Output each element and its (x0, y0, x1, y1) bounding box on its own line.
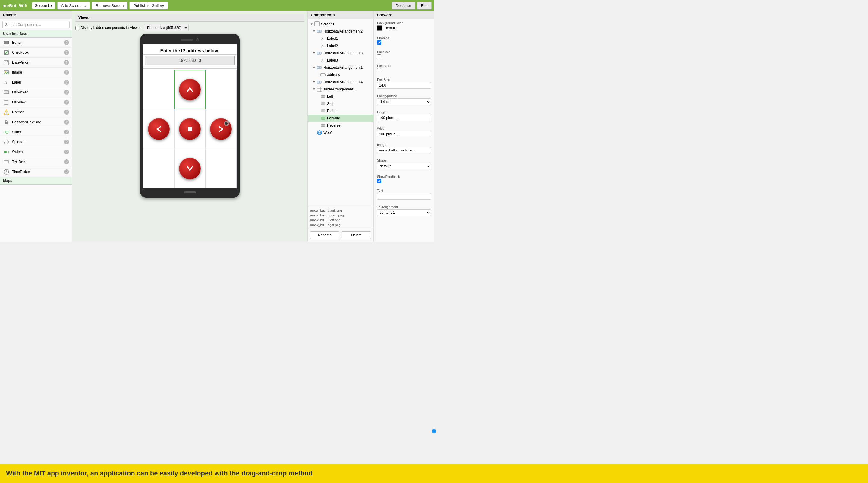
palette-item-passwordtextbox[interactable]: PasswordTextBox ? (0, 117, 72, 127)
help-listpicker-icon[interactable]: ? (64, 90, 69, 95)
svg-rect-44 (319, 81, 321, 83)
help-passwordtextbox-icon[interactable]: ? (64, 120, 69, 124)
prop-height-value[interactable]: 100 pixels... (377, 115, 431, 121)
stop-button[interactable] (179, 118, 201, 140)
comp-left[interactable]: Left (308, 93, 373, 100)
palette-item-notifier[interactable]: ! Notifier ? (0, 107, 72, 117)
prop-fontbold-checkbox[interactable] (377, 54, 381, 59)
help-switch-icon[interactable]: ? (64, 150, 69, 154)
comp-label2[interactable]: A Label2 (308, 42, 373, 50)
toggle-ha1[interactable]: ▼ (313, 66, 316, 69)
svg-rect-51 (321, 102, 325, 105)
palette-item-spinner[interactable]: Spinner ? (0, 137, 72, 147)
comp-ha2[interactable]: ▼ HorizontalArrangement2 (308, 28, 373, 35)
designer-button[interactable]: Designer (392, 2, 415, 9)
prop-color-box[interactable] (377, 25, 382, 31)
comp-label1[interactable]: A Label1 (308, 35, 373, 42)
help-button-icon[interactable]: ? (64, 40, 69, 45)
left-button[interactable] (148, 118, 170, 140)
comp-reverse[interactable]: Reverse (308, 122, 373, 129)
prop-textalignment-select[interactable]: center : 1 (377, 209, 431, 216)
palette-item-slider[interactable]: Slider ? (0, 127, 72, 137)
palette-item-image[interactable]: Image ? (0, 67, 72, 78)
palette-item-button[interactable]: btn Button ? (0, 38, 72, 48)
prop-fonttypeface-select[interactable]: default (377, 98, 431, 105)
comp-screen1[interactable]: ▼ Screen1 (308, 21, 373, 28)
palette-item-datepicker[interactable]: DatePicker ? (0, 58, 72, 67)
remove-screen-button[interactable]: Remove Screen (92, 2, 127, 9)
comp-address[interactable]: address (308, 71, 373, 79)
notifier-icon: ! (3, 109, 10, 116)
comp-stop[interactable]: Stop (308, 100, 373, 107)
cell-stop[interactable] (174, 109, 205, 149)
add-screen-button[interactable]: Add Screen ... (57, 2, 90, 9)
cell-forward[interactable] (174, 70, 205, 109)
hidden-components-checkbox[interactable] (75, 26, 79, 30)
palette-item-listpicker[interactable]: ListPicker ? (0, 87, 72, 97)
help-textbox-icon[interactable]: ? (64, 159, 69, 164)
prop-fontitalic-checkbox[interactable] (377, 68, 381, 72)
toggle-ta1[interactable]: ▼ (313, 87, 316, 91)
svg-text:!: ! (6, 111, 7, 114)
comp-forward[interactable]: Forward (308, 115, 373, 122)
help-datepicker-icon[interactable]: ? (64, 60, 69, 65)
toggle-screen1[interactable]: ▼ (310, 22, 314, 26)
prop-image-value[interactable]: arrow_button_metal_re... (377, 147, 431, 153)
help-checkbox-icon[interactable]: ? (64, 50, 69, 55)
cell-reverse[interactable] (174, 149, 205, 188)
help-slider-icon[interactable]: ? (64, 130, 69, 134)
ip-input[interactable]: 192.168.0.0 (145, 56, 235, 65)
svg-rect-52 (321, 110, 325, 112)
button-icon: btn (3, 39, 10, 46)
toggle-ha3[interactable]: ▼ (313, 51, 316, 55)
help-spinner-icon[interactable]: ? (64, 140, 69, 144)
svg-point-24 (7, 151, 8, 153)
prop-enabled-checkbox[interactable] (377, 40, 381, 44)
publish-button[interactable]: Publish to Gallery (129, 2, 168, 9)
reverse-button[interactable] (179, 158, 201, 179)
palette-item-checkbox[interactable]: CheckBox ? (0, 48, 72, 58)
palette-item-listview[interactable]: ListView ? (0, 97, 72, 107)
screen-dropdown[interactable]: Screen1 ▾ (32, 2, 55, 9)
cell-right[interactable] (206, 109, 237, 149)
comp-label3[interactable]: A Label3 (308, 57, 373, 64)
prop-showfeedback-checkbox[interactable] (377, 179, 381, 183)
palette-item-switch[interactable]: Switch ? (0, 147, 72, 157)
search-input[interactable] (2, 21, 70, 28)
toggle-ha2[interactable]: ▼ (313, 30, 316, 33)
help-notifier-icon[interactable]: ? (64, 110, 69, 115)
phone-size-select[interactable]: Phone size (505,320) (144, 24, 189, 31)
prop-textalignment-label: TextAlignment (377, 205, 431, 209)
comp-ha3[interactable]: ▼ HorizontalArrangement3 (308, 50, 373, 57)
comp-ha1[interactable]: ▼ HorizontalArrangement1 (308, 64, 373, 71)
prop-shape-select[interactable]: default (377, 163, 431, 170)
help-image-icon[interactable]: ? (64, 70, 69, 75)
prop-fontsize-value[interactable]: 14.0 (377, 82, 431, 89)
comp-right[interactable]: Right (308, 107, 373, 115)
comp-ha2-label: HorizontalArrangement2 (323, 29, 363, 33)
comp-ta1[interactable]: ▼ TableArrangement1 (308, 86, 373, 93)
ha3-icon (317, 50, 322, 56)
delete-button[interactable]: Delete (342, 231, 371, 239)
help-listview-icon[interactable]: ? (64, 100, 69, 104)
label1-icon: A (320, 36, 326, 41)
toggle-ha4[interactable]: ▼ (313, 80, 316, 84)
reverse-icon (320, 123, 326, 128)
palette-label-slider: Slider (12, 130, 64, 134)
comp-ha4[interactable]: ▼ HorizontalArrangement4 (308, 79, 373, 86)
right-button[interactable] (210, 118, 232, 140)
comp-actions: Rename Delete (308, 229, 373, 241)
help-label-icon[interactable]: ? (64, 80, 69, 85)
palette-item-label[interactable]: A Label ? (0, 78, 72, 87)
comp-web1[interactable]: Web1 (308, 129, 373, 136)
palette-item-textbox[interactable]: TextBox ? (0, 157, 72, 167)
forward-button[interactable] (179, 79, 201, 100)
blocks-button[interactable]: Bl... (417, 2, 432, 9)
help-timepicker-icon[interactable]: ? (64, 170, 69, 174)
prop-text-input[interactable] (377, 193, 431, 200)
palette-item-timepicker[interactable]: TimePicker ? (0, 167, 72, 177)
listview-icon (3, 99, 10, 105)
rename-button[interactable]: Rename (310, 231, 339, 239)
cell-left[interactable] (143, 109, 174, 149)
prop-width-value[interactable]: 100 pixels... (377, 131, 431, 138)
